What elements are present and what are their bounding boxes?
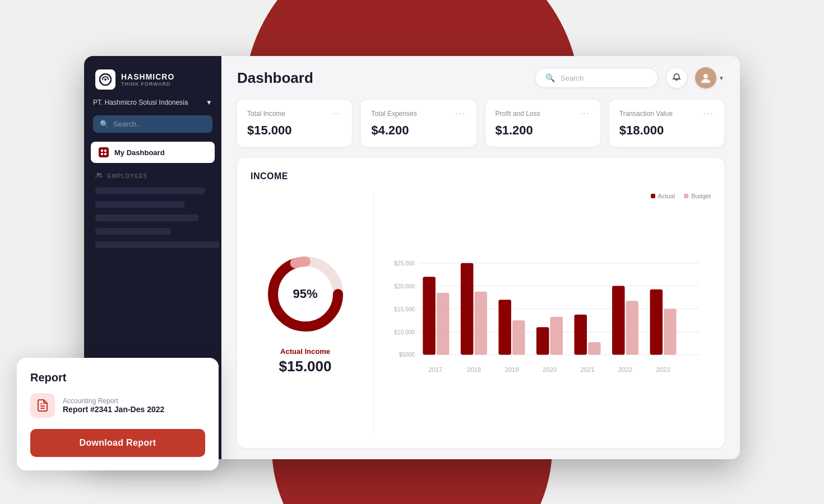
bar-2020-actual — [536, 327, 549, 354]
stat-value-0: $15.000 — [247, 123, 342, 138]
report-name-label: Report #2341 Jan-Des 2022 — [63, 405, 164, 414]
svg-text:2019: 2019 — [504, 366, 519, 373]
report-item: Accounting Report Report #2341 Jan-Des 2… — [30, 393, 205, 418]
legend-actual: Actual — [651, 193, 675, 199]
company-dropdown-arrow: ▼ — [206, 99, 212, 106]
bar-chart-area: $25.000 $20.000 $15.000 $10.000 $5000 — [390, 206, 711, 435]
nav-skeleton-3 — [95, 214, 198, 221]
main-content: Dashboard 🔍 — [221, 56, 740, 459]
bar-2017-actual — [423, 277, 436, 354]
logo-company-name: HASHMICRO — [121, 72, 174, 81]
stat-menu-2[interactable]: ··· — [579, 109, 590, 119]
stats-row: Total Income ··· $15.000 Total Expenses … — [221, 100, 740, 158]
svg-text:$10.000: $10.000 — [394, 329, 415, 335]
dashboard-icon — [99, 147, 109, 157]
nav-skeleton-4 — [95, 228, 171, 235]
stat-label-3: Transaction Value — [619, 110, 673, 118]
stat-value-2: $1.200 — [496, 123, 590, 138]
svg-text:2017: 2017 — [428, 366, 442, 373]
user-avatar — [695, 67, 716, 88]
stat-value-1: $4.200 — [371, 123, 466, 138]
header: Dashboard 🔍 — [221, 56, 740, 100]
svg-rect-2 — [101, 150, 103, 152]
bar-2021-budget — [588, 342, 601, 355]
bar-2019-budget — [512, 320, 525, 354]
notification-bell-button[interactable] — [666, 67, 687, 88]
stat-label-1: Total Expenses — [371, 110, 416, 118]
stat-card-profit-loss: Profit and Loss ··· $1.200 — [485, 100, 600, 147]
sidebar-item-label: My Dashboard — [114, 148, 165, 157]
bar-2018-budget — [474, 292, 487, 355]
bar-2017-budget — [437, 293, 450, 355]
header-search-icon: 🔍 — [545, 73, 555, 82]
user-avatar-dropdown[interactable]: ▼ — [695, 67, 724, 88]
stat-menu-1[interactable]: ··· — [455, 109, 466, 119]
report-card-title: Report — [30, 371, 205, 384]
donut-percent-label: 95% — [293, 287, 317, 301]
stat-menu-3[interactable]: ··· — [703, 109, 714, 119]
income-left-panel: 95% Actual Income $15.000 — [251, 193, 374, 435]
svg-rect-5 — [104, 153, 107, 155]
legend-budget-dot — [684, 194, 688, 198]
nav-skeleton-5 — [95, 241, 219, 248]
svg-text:$15.000: $15.000 — [394, 306, 415, 312]
stat-card-transaction: Transaction Value ··· $18.000 — [609, 100, 724, 147]
svg-point-8 — [703, 74, 708, 78]
nav-skeleton-2 — [95, 201, 184, 208]
bar-2023-budget — [664, 309, 677, 355]
header-search-box[interactable]: 🔍 — [535, 68, 658, 88]
stat-card-total-expenses: Total Expenses ··· $4.200 — [361, 100, 476, 147]
svg-point-6 — [97, 173, 100, 176]
donut-center-value: 95% — [293, 287, 317, 301]
svg-text:2020: 2020 — [543, 366, 557, 373]
svg-point-1 — [104, 78, 107, 81]
nav-skeleton-1 — [95, 188, 205, 194]
company-selector[interactable]: PT. Hashmicro Solusi Indonesia ▼ — [93, 99, 212, 106]
legend-actual-dot — [651, 194, 655, 198]
header-search-input[interactable] — [561, 74, 647, 82]
header-actions: 🔍 ▼ — [535, 67, 724, 88]
legend-budget: Budget — [684, 193, 711, 199]
bar-2018-actual — [461, 263, 474, 355]
income-section: INCOME 95% — [237, 158, 724, 448]
donut-chart: 95% — [263, 252, 348, 336]
income-right-panel: Actual Budget — [374, 193, 711, 435]
logo-text: HASHMICRO THINK FORWARD — [121, 72, 174, 87]
bar-2022-budget — [626, 301, 639, 354]
employees-section-label: EMPLOYEES — [108, 173, 147, 179]
download-report-button[interactable]: Download Report — [30, 429, 205, 457]
actual-income-value: $15.000 — [279, 358, 332, 375]
svg-text:$20.000: $20.000 — [394, 283, 415, 290]
svg-text:2018: 2018 — [467, 366, 481, 373]
svg-text:2021: 2021 — [580, 366, 594, 373]
page-title: Dashboard — [237, 69, 313, 87]
legend-actual-label: Actual — [658, 193, 675, 199]
bar-2019-actual — [498, 300, 511, 354]
stat-card-total-income: Total Income ··· $15.000 — [237, 100, 352, 147]
logo-tagline: THINK FORWARD — [121, 81, 174, 87]
bar-2023-actual — [650, 290, 663, 355]
sidebar-search-input[interactable] — [113, 120, 206, 128]
stat-label-2: Profit and Loss — [496, 110, 540, 118]
nav-section-employees: EMPLOYEES — [84, 165, 221, 184]
svg-rect-3 — [104, 150, 107, 152]
report-type-label: Accounting Report — [63, 397, 164, 405]
sidebar-logo: HASHMICRO THINK FORWARD — [84, 56, 221, 99]
sidebar-item-my-dashboard[interactable]: My Dashboard — [91, 142, 215, 163]
company-name: PT. Hashmicro Solusi Indonesia — [93, 99, 188, 106]
income-chart-title: INCOME — [251, 171, 711, 181]
bar-2021-actual — [574, 315, 587, 355]
sidebar-search-box[interactable]: 🔍 — [93, 115, 212, 133]
stat-menu-0[interactable]: ··· — [331, 109, 342, 119]
bar-2022-actual — [612, 286, 625, 355]
svg-text:2022: 2022 — [618, 366, 632, 373]
logo-icon — [95, 69, 115, 90]
chart-legend: Actual Budget — [390, 193, 711, 199]
svg-point-7 — [99, 173, 101, 175]
stat-label-0: Total Income — [247, 110, 285, 118]
stat-value-3: $18.000 — [619, 123, 714, 138]
dropdown-arrow: ▼ — [719, 75, 724, 81]
report-file-icon — [30, 393, 55, 418]
income-body: 95% Actual Income $15.000 Actual — [251, 193, 711, 435]
svg-rect-4 — [101, 153, 103, 155]
